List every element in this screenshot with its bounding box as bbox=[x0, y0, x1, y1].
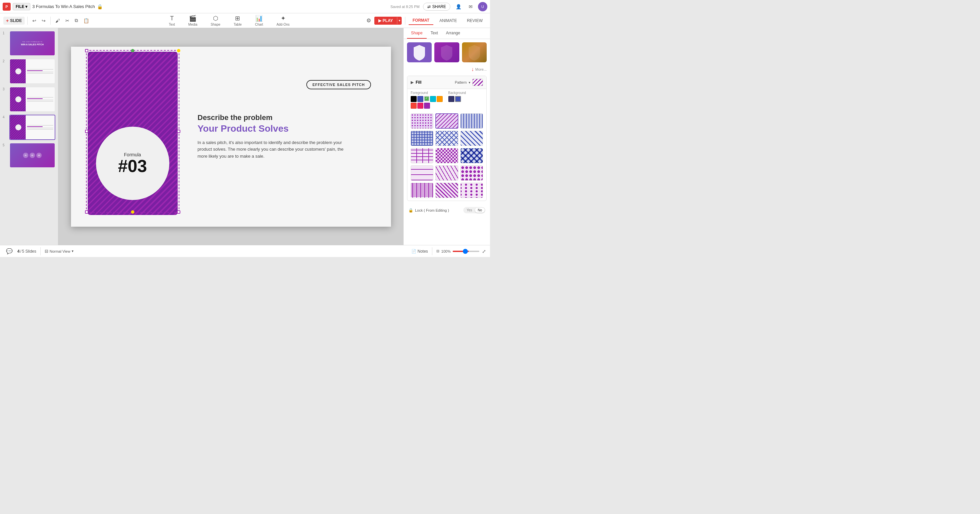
fg-swatch-black[interactable] bbox=[410, 96, 417, 102]
chat-button[interactable]: 💬 bbox=[4, 247, 15, 256]
notes-button[interactable]: 📄 Notes bbox=[411, 249, 428, 254]
pattern-vertical[interactable] bbox=[460, 113, 483, 129]
user-avatar: U bbox=[478, 2, 487, 11]
zoom-slider[interactable] bbox=[453, 251, 479, 252]
slide-num-2: 2 bbox=[3, 59, 7, 63]
undo-button[interactable]: ↩ bbox=[30, 17, 38, 25]
review-tab[interactable]: REVIEW bbox=[463, 17, 487, 25]
view-button[interactable]: ⊟ Normal View ▾ bbox=[45, 249, 74, 254]
fg-swatch-orange[interactable] bbox=[437, 96, 443, 102]
slide1-content: THE 3 KEY FORMULAS TO WIN A SALES PITCH bbox=[10, 31, 55, 55]
bg-swatch-1[interactable] bbox=[448, 96, 454, 102]
redo-button[interactable]: ↪ bbox=[40, 17, 48, 25]
tab-arrange[interactable]: Arrange bbox=[442, 28, 465, 39]
pattern-checkers[interactable] bbox=[435, 148, 458, 163]
slide-thumb-2[interactable]: 2 #01 bbox=[3, 59, 55, 84]
pattern-hexagons[interactable] bbox=[460, 165, 483, 181]
pattern-crosshatch[interactable] bbox=[410, 130, 433, 146]
lock-toggle[interactable]: Yes No bbox=[463, 207, 485, 213]
pattern-chevron[interactable] bbox=[460, 148, 483, 163]
pattern-diagonal-diamonds[interactable] bbox=[460, 130, 483, 146]
canvas-area: Formula #03 EFFECTIVE SALES PITCH Descri… bbox=[58, 28, 403, 245]
fg-swatch-pink[interactable] bbox=[417, 103, 423, 109]
bg-swatch-2[interactable] bbox=[455, 96, 461, 102]
share-button[interactable]: ⇄ SHARE bbox=[423, 3, 450, 11]
top-bar-left: P FILE ▾ 3 Formulas To Win A Sales Pitch… bbox=[3, 3, 388, 11]
chart-tool[interactable]: 📊 Chart bbox=[252, 13, 266, 28]
mail-button[interactable]: ✉ bbox=[467, 3, 475, 11]
format-paint-button[interactable]: 🖌 bbox=[53, 17, 62, 25]
foreground-label: Foreground bbox=[410, 91, 445, 95]
fg-swatch-teal[interactable] bbox=[430, 96, 436, 102]
slide-thumb-4[interactable]: 4 #03 bbox=[3, 115, 55, 140]
slide4-inner: #03 bbox=[10, 115, 55, 139]
fg-swatch-red[interactable] bbox=[410, 103, 417, 109]
slide-canvas[interactable]: Formula #03 EFFECTIVE SALES PITCH Descri… bbox=[71, 47, 391, 227]
view-chevron-icon: ▾ bbox=[72, 249, 74, 253]
slide-img-3[interactable]: #02 bbox=[10, 87, 55, 112]
fullscreen-button[interactable]: ⤢ bbox=[482, 249, 486, 254]
format-tab[interactable]: FORMAT bbox=[409, 16, 433, 25]
copy-button[interactable]: ⧉ bbox=[73, 16, 80, 25]
file-button[interactable]: FILE ▾ bbox=[13, 3, 30, 10]
fg-bg-row: Foreground ✓ bbox=[407, 89, 486, 111]
tab-shape[interactable]: Shape bbox=[407, 28, 427, 39]
play-button[interactable]: ▶ PLAY bbox=[374, 17, 397, 25]
slide-thumb-5[interactable]: 5 01 02 03 bbox=[3, 143, 55, 168]
table-tool[interactable]: ⊞ Table bbox=[231, 13, 244, 28]
shape-tool[interactable]: ⬡ Shape bbox=[208, 13, 223, 28]
fill-header[interactable]: ▶ Fill Pattern ▾ bbox=[407, 76, 486, 89]
pattern-diagonal[interactable] bbox=[435, 113, 458, 129]
shape-thumb-3[interactable] bbox=[462, 42, 487, 62]
lock-icon-2: 🔒 bbox=[408, 208, 413, 213]
shape-label: Shape bbox=[211, 23, 220, 26]
slide-thumb-3[interactable]: 3 #02 bbox=[3, 87, 55, 112]
slide-thumb-1[interactable]: 1 THE 3 KEY FORMULAS TO WIN A SALES PITC… bbox=[3, 31, 55, 56]
shield-svg-3 bbox=[468, 44, 481, 60]
slide5-content: 01 02 03 bbox=[10, 143, 55, 167]
paste-button[interactable]: 📋 bbox=[81, 17, 91, 25]
foreground-col: Foreground ✓ bbox=[410, 91, 445, 109]
pattern-weave2[interactable] bbox=[435, 183, 458, 198]
right-panel-tabs: Shape Text Arrange bbox=[404, 28, 490, 39]
share-label: SHARE bbox=[432, 4, 446, 9]
add-slide-button[interactable]: + SLIDE bbox=[3, 17, 25, 25]
slide-img-5[interactable]: 01 02 03 bbox=[10, 143, 55, 168]
toolbar: + SLIDE ↩ ↪ 🖌 ✂ ⧉ 📋 T Text 🎬 Media ⬡ Sha… bbox=[0, 13, 490, 28]
fg-swatch-purple[interactable] bbox=[424, 103, 430, 109]
pattern-diamonds[interactable] bbox=[435, 130, 458, 146]
cut-button[interactable]: ✂ bbox=[63, 17, 72, 25]
shield-svg-2 bbox=[440, 44, 453, 60]
slide-img-2[interactable]: #01 bbox=[10, 59, 55, 84]
play-label: PLAY bbox=[383, 18, 393, 23]
play-dropdown-button[interactable]: ▾ bbox=[397, 17, 402, 24]
settings-button[interactable]: ⚙ bbox=[365, 16, 372, 25]
pattern-dots[interactable] bbox=[410, 113, 433, 129]
animate-tab[interactable]: ANIMATE bbox=[435, 17, 461, 25]
more-shapes-link[interactable]: ↓ More... bbox=[407, 66, 487, 72]
pattern-weave1[interactable] bbox=[410, 183, 433, 198]
shield-svg-1 bbox=[413, 44, 426, 60]
pattern-bricks[interactable] bbox=[410, 148, 433, 163]
fill-pattern-preview bbox=[473, 79, 483, 86]
notes-icon: 📄 bbox=[411, 249, 416, 254]
fg-swatch-blue[interactable] bbox=[417, 96, 423, 102]
view-label: Normal View bbox=[50, 249, 70, 253]
shape-thumb-1[interactable] bbox=[407, 42, 432, 62]
notes-label: Notes bbox=[418, 249, 428, 254]
notifications-button[interactable]: 👤 bbox=[453, 3, 463, 11]
fg-swatch-green[interactable]: ✓ bbox=[424, 96, 430, 101]
shape-thumb-2[interactable] bbox=[434, 42, 459, 62]
addons-tool[interactable]: ✦ Add-Ons bbox=[274, 13, 292, 28]
slide-img-4[interactable]: #03 bbox=[10, 115, 55, 140]
badge-button[interactable]: EFFECTIVE SALES PITCH bbox=[306, 80, 371, 89]
share-icon: ⇄ bbox=[427, 4, 431, 9]
formula-circle[interactable]: Formula #03 bbox=[96, 127, 169, 200]
text-tool[interactable]: T Text bbox=[166, 14, 178, 28]
tab-text[interactable]: Text bbox=[427, 28, 442, 39]
media-tool[interactable]: 🎬 Media bbox=[186, 13, 200, 28]
pattern-organic2[interactable] bbox=[435, 165, 458, 181]
pattern-honeycomb[interactable] bbox=[460, 183, 483, 198]
pattern-organic1[interactable] bbox=[410, 165, 433, 181]
slide-img-1[interactable]: THE 3 KEY FORMULAS TO WIN A SALES PITCH bbox=[10, 31, 55, 56]
